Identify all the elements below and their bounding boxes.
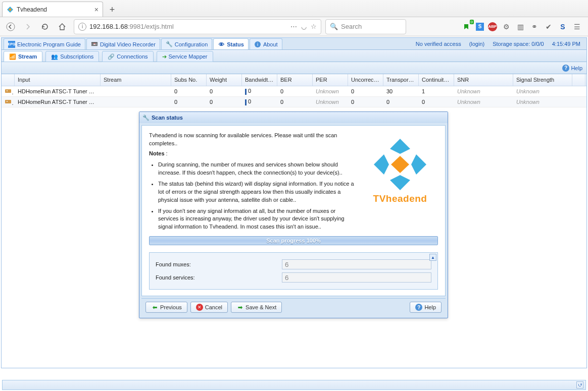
col-uncor[interactable]: Uncorrect… bbox=[348, 74, 383, 86]
tab-label: Status bbox=[227, 41, 244, 47]
url-bar[interactable]: i 192.168.1.68:9981/extjs.html ⋯ ◡ ☆ bbox=[74, 19, 321, 34]
new-tab-button[interactable]: + bbox=[105, 3, 119, 17]
col-bw[interactable]: Bandwidt… bbox=[242, 74, 277, 86]
svg-rect-4 bbox=[5, 89, 11, 93]
dialog-help-button[interactable]: ?Help bbox=[410, 302, 442, 313]
tab-status[interactable]: 👁Status bbox=[213, 38, 249, 49]
tab-dvr[interactable]: 📼Digital Video Recorder bbox=[86, 38, 160, 49]
subtab-stream[interactable]: 📶Stream bbox=[4, 51, 42, 62]
cell-bw: 0 bbox=[242, 86, 277, 96]
col-weight[interactable]: Weight bbox=[207, 74, 242, 86]
cell-sig: Unknown bbox=[513, 97, 572, 106]
col-per[interactable]: PER bbox=[313, 74, 348, 86]
eye-icon: 👁 bbox=[218, 41, 225, 48]
col-snr[interactable]: SNR bbox=[454, 74, 513, 86]
tvheadend-logo: TVheadend bbox=[362, 133, 438, 208]
cell-bw: 0 bbox=[242, 97, 277, 106]
table-row[interactable]: HDHomeRun ATSC-T Tuner #… 0 0 0 0 Unknow… bbox=[2, 86, 586, 97]
extension-check-icon[interactable]: ✔ bbox=[544, 22, 554, 32]
tab-configuration[interactable]: 🔧Configuration bbox=[161, 38, 212, 49]
btn-label: Save & Next bbox=[246, 304, 276, 310]
previous-button[interactable]: ⬅Previous bbox=[145, 302, 187, 313]
extension-gears-icon[interactable]: ⚭ bbox=[529, 22, 540, 32]
col-input[interactable]: Input bbox=[15, 74, 101, 86]
cell-weight: 0 bbox=[207, 87, 242, 96]
expand-panel-button[interactable]: ⮍ bbox=[576, 381, 583, 388]
wrench-icon: 🔧 bbox=[142, 115, 150, 121]
bookmark-star-icon[interactable]: ☆ bbox=[311, 23, 317, 30]
favicon-icon bbox=[7, 6, 14, 13]
cell-snr: Unknown bbox=[454, 97, 513, 106]
conn-icon: 🔗 bbox=[108, 53, 115, 60]
col-cont[interactable]: Continuity… bbox=[419, 74, 454, 86]
home-button[interactable] bbox=[55, 19, 70, 34]
badge-count: 0 bbox=[470, 20, 474, 24]
subtab-subscriptions[interactable]: 👥Subscriptions bbox=[45, 51, 99, 62]
search-bar[interactable]: 🔍 Search bbox=[325, 19, 406, 34]
library-icon[interactable]: ▥ bbox=[515, 22, 525, 32]
cell-input: HDHomeRun ATSC-T Tuner #… bbox=[15, 97, 101, 106]
tab-label: About bbox=[263, 41, 278, 47]
tab-label: Electronic Program Guide bbox=[17, 41, 81, 47]
scan-progress-bar: Scan progress 100% bbox=[149, 236, 438, 245]
tuner-icon bbox=[2, 86, 15, 97]
extension-gear-icon[interactable]: ⚙ bbox=[501, 22, 511, 32]
cell-per: Unknown bbox=[313, 97, 348, 106]
url-rest: :9981/extjs.html bbox=[128, 23, 174, 30]
cell-subs: 0 bbox=[171, 87, 207, 96]
subtab-service-mapper[interactable]: ➔Service Mapper bbox=[157, 51, 213, 62]
browser-tab[interactable]: Tvheadend × bbox=[2, 2, 103, 17]
help-button[interactable]: ?Help bbox=[562, 65, 582, 72]
svg-point-7 bbox=[7, 101, 8, 102]
dialog-button-bar: ⬅Previous ✕Cancel ➡Save & Next ?Help bbox=[141, 298, 446, 316]
cell-per: Unknown bbox=[313, 87, 348, 96]
col-icon[interactable] bbox=[2, 74, 15, 86]
col-stream[interactable]: Stream bbox=[101, 74, 171, 86]
cell-ber: 0 bbox=[277, 87, 313, 96]
tab-label: Digital Video Recorder bbox=[100, 41, 156, 47]
extension-abp-icon[interactable]: ABP bbox=[488, 22, 497, 31]
dialog-intro: Tvheadend is now scanning for available … bbox=[149, 132, 357, 148]
cell-cont: 1 bbox=[419, 87, 454, 96]
col-trans[interactable]: Transport… bbox=[383, 74, 419, 86]
scroll-up-button[interactable]: ▲ bbox=[429, 254, 436, 261]
tab-title: Tvheadend bbox=[17, 6, 47, 13]
cancel-button[interactable]: ✕Cancel bbox=[190, 302, 228, 313]
page-action-dots-icon[interactable]: ⋯ bbox=[290, 23, 297, 30]
save-next-button[interactable]: ➡Save & Next bbox=[231, 302, 282, 313]
help-label: Help bbox=[571, 65, 582, 71]
pocket-icon[interactable]: ◡ bbox=[301, 23, 307, 30]
col-ber[interactable]: BER bbox=[277, 74, 313, 86]
cell-cont: 0 bbox=[419, 97, 454, 106]
cell-uncor: 0 bbox=[348, 87, 383, 96]
col-sig[interactable]: Signal Strength bbox=[513, 74, 572, 86]
subtab-label: Service Mapper bbox=[169, 53, 208, 60]
login-link[interactable]: (login) bbox=[469, 41, 485, 47]
dialog-body: TVheadend Tvheadend is now scanning for … bbox=[141, 125, 446, 296]
tab-about[interactable]: iAbout bbox=[250, 38, 282, 49]
note-3: If you don't see any signal information … bbox=[158, 207, 357, 232]
extension-s-icon[interactable]: S bbox=[476, 23, 484, 31]
extension-s2-icon[interactable]: S bbox=[558, 22, 568, 32]
tab-epg[interactable]: EPGElectronic Program Guide bbox=[4, 38, 85, 49]
site-info-icon[interactable]: i bbox=[78, 23, 86, 31]
back-button[interactable] bbox=[3, 19, 18, 34]
reload-button[interactable] bbox=[37, 19, 53, 34]
cell-ber: 0 bbox=[277, 97, 313, 106]
hamburger-menu-icon[interactable]: ☰ bbox=[572, 22, 582, 32]
cell-trans: 0 bbox=[383, 97, 419, 106]
col-subs[interactable]: Subs No. bbox=[171, 74, 207, 86]
found-panel: ▲ Found muxes: Found services: bbox=[149, 252, 438, 290]
extension-ublock-icon[interactable]: 0 bbox=[462, 22, 472, 32]
arrow-right-icon: ➔ bbox=[162, 53, 167, 60]
subtab-label: Stream bbox=[18, 53, 37, 60]
col-menu[interactable] bbox=[572, 74, 585, 86]
subtab-connections[interactable]: 🔗Connections bbox=[102, 51, 153, 62]
table-row[interactable]: HDHomeRun ATSC-T Tuner #… 0 0 0 0 Unknow… bbox=[2, 97, 586, 107]
dialog-title-bar[interactable]: 🔧 Scan status bbox=[139, 112, 448, 123]
svg-point-2 bbox=[7, 23, 15, 31]
browser-navbar: i 192.168.1.68:9981/extjs.html ⋯ ◡ ☆ 🔍 S… bbox=[0, 17, 588, 36]
close-icon[interactable]: × bbox=[94, 6, 99, 14]
subs-icon: 👥 bbox=[51, 53, 58, 60]
btn-label: Previous bbox=[160, 304, 182, 310]
